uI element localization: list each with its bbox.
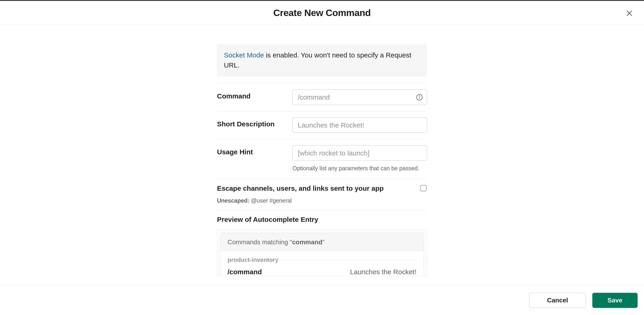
preview-frame: Commands matching "command" product-inve… (217, 229, 427, 276)
socket-mode-banner: Socket Mode is enabled. You won't need t… (217, 44, 427, 77)
usage-hint-row: Usage Hint Optionally list any parameter… (217, 139, 427, 179)
preview-title: Preview of Autocomplete Entry (217, 216, 427, 223)
short-description-input[interactable] (292, 117, 427, 133)
preview-app-name: product-inventory (228, 256, 278, 263)
modal-title: Create New Command (273, 8, 371, 18)
preview-cmd-row: /command Launches the Rocket! (228, 265, 416, 276)
escape-label: Escape channels, users, and links sent t… (217, 184, 384, 192)
cancel-button[interactable]: Cancel (529, 293, 586, 308)
svg-point-4 (419, 96, 420, 96)
short-description-row: Short Description (217, 112, 427, 139)
command-input[interactable] (292, 90, 427, 105)
escape-checkbox[interactable] (420, 185, 426, 191)
modal-footer: Cancel Save (0, 285, 644, 315)
usage-hint-label: Usage Hint (217, 148, 253, 156)
escape-subtext: Unescaped: @user #general (217, 197, 427, 204)
preview-match-suffix: " (322, 238, 325, 246)
preview-app-divider (282, 260, 416, 260)
info-icon[interactable] (416, 94, 423, 101)
preview-inner: Commands matching "command" product-inve… (220, 233, 424, 276)
preview-cmd-name: /command (228, 268, 262, 276)
preview-match-header: Commands matching "command" (220, 233, 424, 251)
usage-hint-input[interactable] (292, 145, 427, 161)
escape-sub-prefix: Unescaped: (217, 197, 250, 204)
command-label: Command (217, 92, 251, 100)
modal-header: Create New Command (0, 1, 644, 25)
preview-cmd-desc: Launches the Rocket! (350, 268, 416, 276)
close-icon (625, 9, 634, 18)
preview-app-row: product-inventory (228, 251, 416, 265)
command-row: Command (217, 83, 427, 112)
preview-match-prefix: Commands matching " (228, 238, 292, 246)
preview-match-term: command (292, 238, 322, 246)
socket-mode-link[interactable]: Socket Mode (224, 51, 264, 59)
usage-hint-help: Optionally list any parameters that can … (292, 164, 427, 172)
modal-body: Socket Mode is enabled. You won't need t… (0, 25, 644, 285)
form-wrapper: Socket Mode is enabled. You won't need t… (217, 44, 427, 285)
escape-row: Escape channels, users, and links sent t… (217, 179, 427, 210)
preview-section: Preview of Autocomplete Entry Commands m… (217, 210, 427, 276)
short-description-label: Short Description (217, 120, 275, 128)
save-button[interactable]: Save (592, 293, 638, 308)
escape-sub-value: @user #general (250, 197, 292, 204)
close-button[interactable] (624, 8, 634, 18)
